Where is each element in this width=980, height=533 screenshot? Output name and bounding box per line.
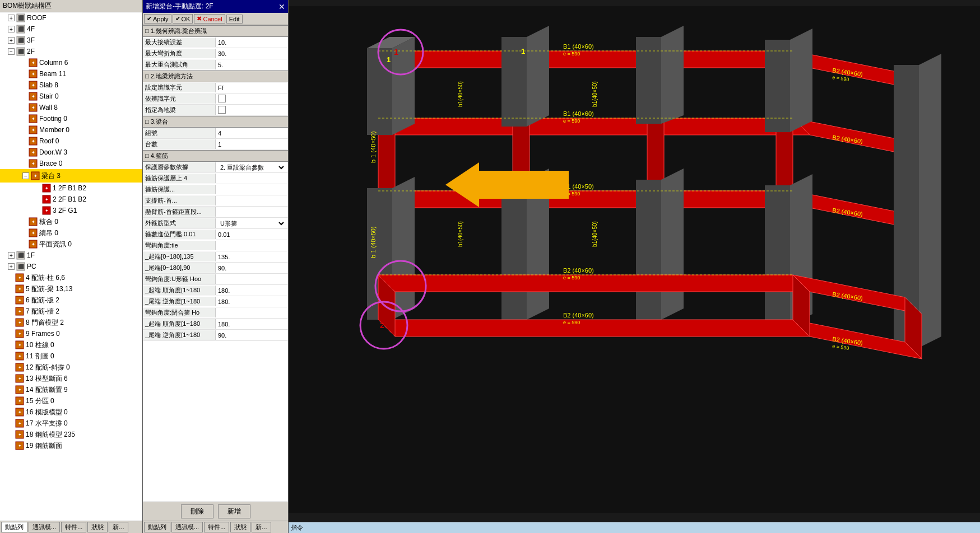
expand-button[interactable]: + (8, 252, 15, 259)
prop-select[interactable]: 2. 重設梁台參數 (218, 163, 286, 171)
tree-item[interactable]: ✦Door.W 3 (0, 147, 142, 158)
tree-item-label: 14 配筋斷置 9 (26, 385, 68, 395)
tree-item[interactable]: +⬛ROOF (0, 12, 142, 24)
bottom-tab-left-3[interactable]: 狀態 (87, 522, 108, 532)
dialog-close-button[interactable]: ✕ (278, 2, 285, 11)
tree-item-icon: ✦ (28, 58, 38, 68)
tree-item[interactable]: ✦4 配筋-柱 6,6 (0, 272, 142, 283)
tree-item[interactable]: ✦9 Frames 0 (0, 328, 142, 339)
tree-item[interactable]: +⬛3F (0, 35, 142, 46)
cancel-icon: ✖ (197, 15, 202, 22)
tree-item[interactable]: ✦Brace 0 (0, 158, 142, 169)
tree-item-label: Slab 8 (39, 81, 58, 89)
tree-item[interactable]: ✦Beam 11 (0, 68, 142, 80)
prop-label: 箍數進位門檻.0.01 (143, 230, 216, 239)
tree-item[interactable]: ✦2 2F B1 B2 (0, 194, 142, 205)
tree-item[interactable]: ✦10 柱線 0 (0, 339, 142, 350)
tree-item[interactable]: ✦14 配筋斷置 9 (0, 384, 142, 395)
prop-row: _起端 順角度[1~180180. (143, 285, 288, 296)
tree-item[interactable]: ✦Stair 0 (0, 91, 142, 102)
apply-button[interactable]: ✔ Apply (144, 14, 171, 24)
svg-text:✦: ✦ (18, 287, 22, 292)
tree-item[interactable]: ✦Roof 0 (0, 135, 142, 147)
tree-item-label: 18 鋼筋模型 235 (26, 430, 75, 440)
tree-container: +⬛ROOF+⬛4F+⬛3F−⬛2F✦Column 6✦Beam 11✦Slab… (0, 12, 142, 521)
bottom-tab-dialog-0[interactable]: 動點列 (144, 522, 170, 532)
svg-text:⬛: ⬛ (18, 252, 25, 259)
expand-button[interactable]: + (8, 26, 15, 32)
svg-marker-101 (894, 65, 919, 213)
tree-item[interactable]: +⬛PC (0, 261, 142, 272)
tree-item-label: 5 配筋-梁 13,13 (26, 284, 72, 294)
prop-value[interactable]: 2. 重設梁台參數 (216, 163, 288, 172)
svg-text:⬛: ⬛ (18, 263, 25, 270)
tree-item[interactable]: ✦16 模版模型 0 (0, 406, 142, 418)
tree-item[interactable]: +⬛4F (0, 24, 142, 35)
tree-item-label: 3 2F G1 (53, 207, 77, 214)
tree-item[interactable]: ✦7 配筋-牆 2 (0, 306, 142, 317)
tree-item[interactable]: ✦Member 0 (0, 124, 142, 135)
bottom-tab-dialog-1[interactable]: 通訊模... (171, 522, 203, 532)
bottom-tab-dialog-3[interactable]: 狀態 (230, 522, 250, 532)
tree-item[interactable]: +⬛1F (0, 250, 142, 261)
tree-item[interactable]: ✦1 2F B1 B2 (0, 183, 142, 194)
bottom-tab-left-1[interactable]: 通訊模... (29, 522, 60, 532)
tree-item-icon: ✦ (28, 136, 38, 146)
add-button[interactable]: 新增 (218, 504, 250, 518)
prop-select[interactable]: U形箍 (218, 219, 286, 227)
tree-item[interactable]: ✦17 水平支撐 0 (0, 418, 142, 429)
tree-item[interactable]: ✦Footing 0 (0, 113, 142, 124)
tree-item[interactable]: ✦3 2F G1 (0, 205, 142, 216)
expand-button[interactable]: + (8, 263, 15, 270)
prop-value (216, 212, 288, 213)
tree-item[interactable]: ✦平面資訊 0 (0, 239, 142, 250)
tree-item[interactable]: ✦18 鋼筋模型 235 (0, 429, 142, 440)
collapse-button[interactable]: − (22, 172, 29, 179)
bottom-tab-dialog-2[interactable]: 特件... (204, 522, 229, 532)
cancel-button[interactable]: ✖ Cancel (194, 14, 225, 24)
tree-item-icon: ✦ (28, 125, 38, 135)
tree-item[interactable]: ✦11 剖圖 0 (0, 350, 142, 362)
tree-item[interactable]: ✦Column 6 (0, 57, 142, 68)
section-header-s4: □ 4.箍筋 (143, 150, 288, 162)
tree-item[interactable]: ✦8 門窗模型 2 (0, 317, 142, 328)
svg-text:1: 1 (521, 47, 525, 55)
bottom-tab-left-4[interactable]: 新... (109, 522, 128, 532)
tree-item[interactable]: ✦15 分區 0 (0, 395, 142, 406)
tree-item[interactable]: −⬛2F (0, 46, 142, 57)
checkbox-icon[interactable] (218, 95, 226, 102)
tree-item-icon: ✦ (28, 239, 38, 249)
tree-item-icon: ⬛ (16, 46, 26, 57)
tree-item[interactable]: ✦13 模型斷面 6 (0, 373, 142, 384)
bottom-tab-dialog-4[interactable]: 新... (252, 522, 271, 532)
svg-marker-87 (378, 191, 810, 208)
tree-item[interactable]: ✦5 配筋-梁 13,13 (0, 283, 142, 294)
tree-item[interactable]: ✦19 鋼筋斷面 (0, 440, 142, 451)
ok-button[interactable]: ✔ OK (173, 14, 193, 24)
prop-row: _尾端 逆角度[1~180180. (143, 296, 288, 307)
tree-item[interactable]: ✦核合 0 (0, 216, 142, 227)
tree-item[interactable]: ✦12 配筋-斜撐 0 (0, 362, 142, 373)
tree-item[interactable]: −✦梁台 3 (0, 169, 142, 183)
svg-text:✦: ✦ (34, 174, 38, 179)
prop-value: 90. (216, 264, 288, 272)
expand-button[interactable]: + (8, 37, 15, 44)
checkbox-icon[interactable] (218, 106, 226, 114)
edit-button[interactable]: Edit (226, 15, 243, 24)
svg-text:✦: ✦ (31, 219, 35, 225)
prop-row: 最大重合測試角5. (143, 59, 288, 71)
tree-item[interactable]: ✦續吊 0 (0, 227, 142, 239)
collapse-button[interactable]: − (8, 48, 15, 55)
tree-item[interactable]: ✦Slab 8 (0, 80, 142, 91)
expand-button[interactable]: + (8, 15, 15, 21)
prop-label: 台數 (143, 139, 216, 149)
delete-button[interactable]: 刪除 (181, 504, 213, 518)
prop-label: 懸臂筋-首箍距直段... (143, 207, 216, 217)
bottom-tab-left-0[interactable]: 動點列 (1, 522, 27, 532)
tree-item[interactable]: ✦Wall 8 (0, 102, 142, 113)
svg-text:e = 590: e = 590 (563, 51, 580, 57)
bottom-tab-left-2[interactable]: 特件... (61, 522, 86, 532)
tree-item[interactable]: ✦6 配筋-版 2 (0, 294, 142, 306)
dialog-titlebar: 新增梁台-手動點選: 2F ✕ (143, 0, 288, 13)
prop-value[interactable]: U形箍 (216, 219, 288, 228)
